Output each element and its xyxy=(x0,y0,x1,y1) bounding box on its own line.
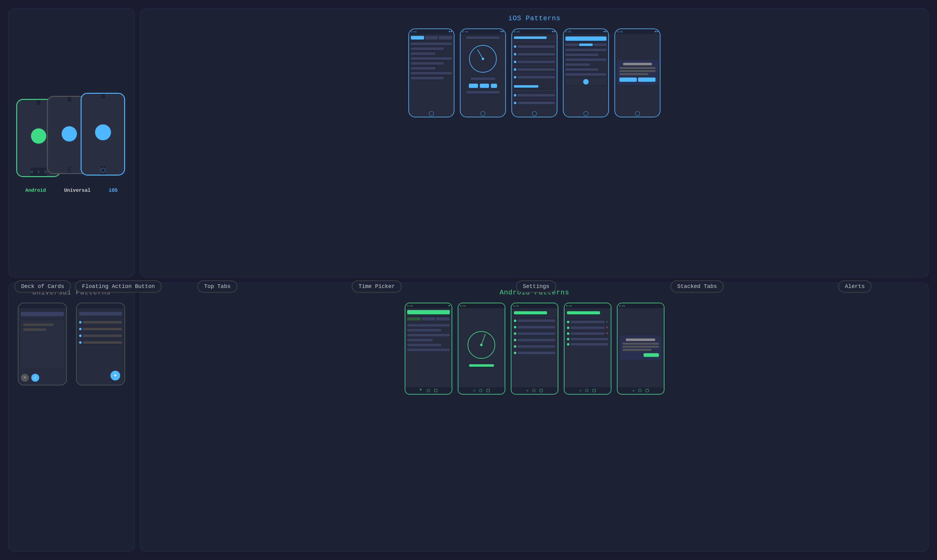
ios-phone-time-picker: 9:41 xyxy=(460,28,506,117)
universal-phones-row: × ✓ + xyxy=(18,303,125,545)
panel-universal-patterns: Universal Patterns × ✓ xyxy=(8,282,135,552)
android-phone-stacked: 9:41 ✓ × xyxy=(564,303,611,395)
label-ios: iOS xyxy=(109,188,118,193)
universal-phone-dialog: × ✓ xyxy=(18,303,67,385)
phone-labels-row: Android Universal iOS xyxy=(16,188,127,193)
callout-top-tabs[interactable]: Top Tabs xyxy=(198,280,237,292)
android-phone-top-tabs: 9:41 xyxy=(405,303,452,395)
callout-time-picker[interactable]: Time Picker xyxy=(352,280,402,292)
top-left-callouts: Deck of Cards Floating Action Button xyxy=(14,280,162,292)
ios-phone-alerts: 9:41 xyxy=(614,28,661,117)
callout-settings[interactable]: Settings xyxy=(516,280,556,292)
panel-deck-fab: ◁ ○ □ xyxy=(8,8,135,278)
callout-alerts[interactable]: Alerts xyxy=(838,280,872,292)
main-container: ◁ ○ □ xyxy=(6,6,931,554)
stacked-phones: ◁ ○ □ xyxy=(16,93,127,185)
android-phones-row: 9:41 xyxy=(405,303,664,545)
android-phone-time-picker: 9:41 ◁ xyxy=(458,303,505,395)
ios-phone-settings: 9:41 xyxy=(511,28,557,117)
label-universal: Universal xyxy=(64,188,90,193)
ios-callouts: Top Tabs Time Picker Settings Stacked Ta… xyxy=(140,280,929,292)
ios-patterns-title: iOS Patterns xyxy=(508,15,560,22)
ios-phone-top-tabs: 9:41 xyxy=(408,28,454,117)
ios-phones-row: 9:41 xyxy=(408,28,661,271)
panel-ios-patterns: iOS Patterns 9:41 xyxy=(140,8,929,278)
android-phone-alerts: 9:41 ◁ xyxy=(617,303,664,395)
ios-phone-card xyxy=(81,93,125,175)
cancel-btn-icon[interactable]: × xyxy=(21,374,29,382)
label-android: Android xyxy=(25,188,46,193)
panel-android-patterns: Android Patterns 9:41 xyxy=(140,282,929,552)
fab-button[interactable]: + xyxy=(110,371,120,380)
universal-phone-list: + xyxy=(76,303,125,385)
confirm-btn-icon[interactable]: ✓ xyxy=(31,374,39,382)
android-phone-settings: 9:41 ◁ xyxy=(511,303,558,395)
callout-stacked-tabs[interactable]: Stacked Tabs xyxy=(671,280,724,292)
ios-phone-stacked-tabs: 9:41 xyxy=(563,28,609,117)
callout-deck-of-cards[interactable]: Deck of Cards xyxy=(14,280,71,292)
